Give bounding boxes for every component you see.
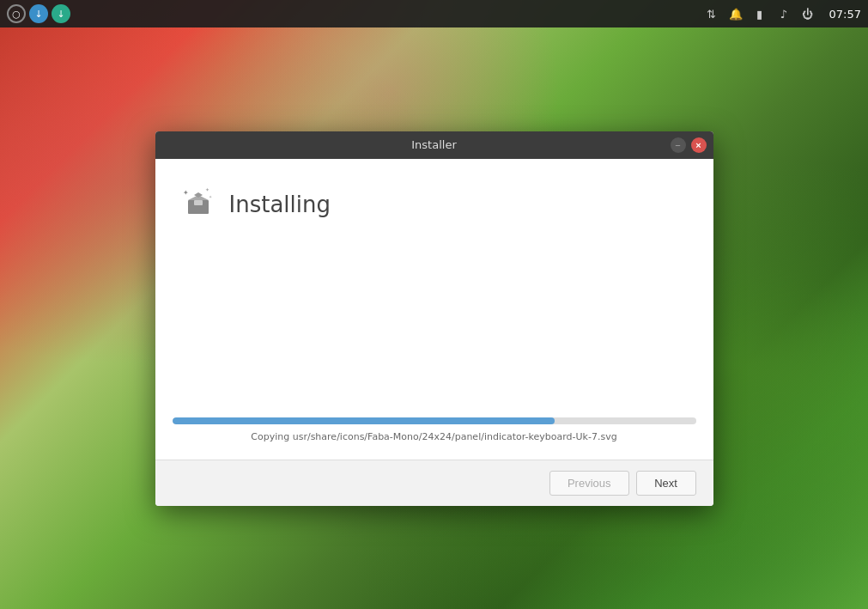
previous-button[interactable]: Previous [549,471,629,496]
power-icon: ⏻ [800,6,816,21]
network-icon: ⇅ [704,6,719,21]
taskbar-right: ⇅ 🔔 ▮ ♪ ⏻ 07:57 [704,6,861,21]
taskbar-download-icon-1[interactable]: ↓ [29,4,48,23]
download-icon-2: ↓ [57,9,64,20]
minimize-button[interactable]: − [671,137,686,153]
close-icon: × [695,140,701,150]
svg-text:✦: ✦ [183,189,189,197]
clock: 07:57 [829,8,861,21]
svg-text:✦: ✦ [209,194,212,199]
taskbar-download-icon-2[interactable]: ↓ [52,4,70,23]
system-tray: ⇅ 🔔 ▮ ♪ ⏻ [704,6,816,21]
taskbar: ○ ↓ ↓ ⇅ 🔔 ▮ ♪ ⏻ 07:57 [0,0,868,27]
dialog-titlebar: Installer − × [155,131,713,159]
progress-bar-fill [173,417,555,424]
package-icon: ✦ ✦ ✦ [181,185,215,219]
progress-label: Copying usr/share/icons/Faba-Mono/24x24/… [173,431,696,442]
svg-text:✦: ✦ [205,186,209,192]
install-header: ✦ ✦ ✦ Installing [181,185,688,224]
taskbar-left: ○ ↓ ↓ [7,4,70,23]
install-icon: ✦ ✦ ✦ [181,185,215,224]
volume-icon: ♪ [776,6,792,21]
install-title: Installing [229,192,331,217]
progress-area: Copying usr/share/icons/Faba-Mono/24x24/… [155,417,713,460]
taskbar-app-icon-circle[interactable]: ○ [7,4,26,23]
installer-dialog: Installer − × [155,131,713,506]
circle-icon: ○ [12,9,21,20]
battery-icon: ▮ [752,6,768,21]
dialog-overlay: Installer − × [0,27,868,609]
dialog-body: ✦ ✦ ✦ Installing Copying usr/share/icons… [155,159,713,460]
progress-bar-container [173,417,696,424]
notification-icon: 🔔 [728,6,744,21]
dialog-title: Installer [164,138,705,151]
minimize-icon: − [675,140,680,150]
dialog-footer: Previous Next [155,460,713,506]
download-icon-1: ↓ [34,9,42,20]
next-button[interactable]: Next [636,471,696,496]
svg-rect-2 [194,200,203,205]
dialog-controls: − × [671,137,707,153]
close-button[interactable]: × [691,137,707,153]
